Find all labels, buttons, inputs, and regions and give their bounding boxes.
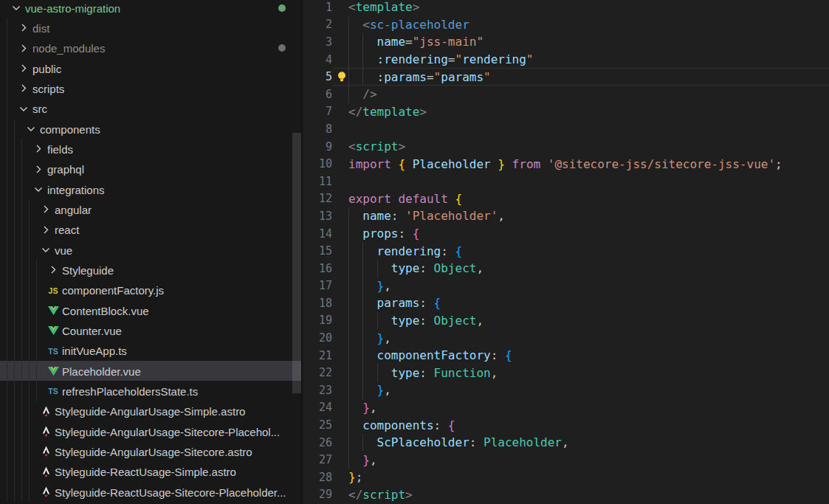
code-line-4[interactable]: 4:rendering="rendering"	[303, 51, 829, 69]
code-line-9[interactable]: 9<script>	[303, 138, 829, 156]
line-number[interactable]: 7	[303, 105, 332, 118]
tree-item-componentfactory-js[interactable]: JScomponentFactory.js	[0, 280, 301, 300]
line-number[interactable]: 26	[303, 436, 332, 449]
code-line-13[interactable]: 13name: 'Placeholder',	[303, 207, 829, 225]
code-line-18[interactable]: 18params: {	[303, 294, 829, 312]
line-number[interactable]: 6	[303, 88, 332, 101]
tree-item-react[interactable]: react	[0, 220, 301, 240]
code-line-10[interactable]: 10import { Placeholder } from '@sitecore…	[303, 155, 829, 173]
line-number[interactable]: 18	[303, 297, 332, 310]
line-number[interactable]: 10	[303, 157, 332, 170]
code-line-27[interactable]: 27},	[303, 451, 829, 469]
line-number[interactable]: 20	[303, 331, 332, 345]
line-number[interactable]: 19	[303, 314, 332, 327]
code-line-22[interactable]: 22type: Function,	[303, 364, 829, 382]
tree-item-scripts[interactable]: scripts	[0, 78, 301, 98]
line-number[interactable]: 23	[303, 384, 332, 397]
tree-item-angular[interactable]: angular	[0, 199, 301, 219]
tree-item-src[interactable]: src	[0, 99, 301, 119]
tree-item-refreshplaceholdersstate-ts[interactable]: TSrefreshPlaceholdersState.ts	[0, 381, 301, 401]
line-number[interactable]: 21	[303, 349, 332, 362]
code-line-8[interactable]: 8	[303, 120, 829, 138]
code-text: };	[348, 470, 362, 484]
code-line-23[interactable]: 23},	[303, 382, 829, 399]
indent-guide	[29, 260, 30, 280]
lightbulb-icon[interactable]	[336, 71, 348, 83]
line-number[interactable]: 25	[303, 418, 332, 432]
line-number[interactable]: 15	[303, 244, 332, 258]
code-line-3[interactable]: 3name="jss-main"	[303, 33, 829, 51]
tree-item-label: vue-astro-migration	[25, 1, 120, 14]
line-number[interactable]: 28	[303, 471, 332, 484]
line-number[interactable]: 9	[303, 140, 332, 153]
indent-guide	[29, 381, 30, 401]
line-number[interactable]: 11	[303, 175, 332, 188]
code-text: },	[362, 401, 376, 415]
code-line-24[interactable]: 24},	[303, 399, 829, 417]
tree-item-dist[interactable]: dist	[0, 18, 301, 38]
code-line-20[interactable]: 20},	[303, 329, 829, 347]
line-number[interactable]: 5	[303, 70, 332, 83]
code-line-2[interactable]: 2<sc-placeholder	[303, 16, 829, 34]
line-number[interactable]: 14	[303, 227, 332, 241]
tree-item-initvueapp-ts[interactable]: TSinitVueApp.ts	[0, 341, 301, 361]
file-icon-box	[47, 324, 60, 336]
sidebar-scrollbar[interactable]	[292, 133, 301, 393]
code-line-19[interactable]: 19type: Object,	[303, 312, 829, 330]
tree-item-styleguide-reactusage-simple-astro[interactable]: Styleguide-ReactUsage-Simple.astro	[0, 462, 301, 482]
indent-guide	[29, 341, 30, 361]
line-number[interactable]: 4	[303, 53, 332, 66]
line-number[interactable]: 2	[303, 18, 332, 31]
tree-item-styleguide-angularusage-sitecore-astro[interactable]: Styleguide-AngularUsage-Sitecore.astro	[0, 441, 301, 461]
code-line-26[interactable]: 26ScPlaceholder: Placeholder,	[303, 434, 829, 452]
chevron-right-icon	[47, 264, 59, 276]
line-number[interactable]: 27	[303, 453, 332, 466]
editor-indent-guide	[362, 33, 376, 51]
gutter-gap	[332, 33, 348, 51]
tree-item-fields[interactable]: fields	[0, 139, 301, 159]
code-line-5[interactable]: 5:params="params"	[303, 68, 829, 86]
line-number[interactable]: 13	[303, 210, 332, 223]
tree-item-styleguide-angularusage-sitecore-placehol-[interactable]: Styleguide-AngularUsage-Sitecore-Placeho…	[0, 421, 301, 441]
tree-item-integrations[interactable]: integrations	[0, 179, 301, 199]
tree-item-graphql[interactable]: graphql	[0, 159, 301, 179]
code-line-16[interactable]: 16type: Object,	[303, 260, 829, 277]
tree-item-vue[interactable]: vue	[0, 240, 301, 260]
line-number[interactable]: 3	[303, 35, 332, 49]
code-line-21[interactable]: 21componentFactory: {	[303, 347, 829, 365]
tree-item-placeholder-vue[interactable]: Placeholder.vue	[0, 361, 301, 381]
code-line-14[interactable]: 14props: {	[303, 225, 829, 243]
tree-item-public[interactable]: public	[0, 58, 301, 78]
code-line-6[interactable]: 6/>	[303, 86, 829, 103]
code-line-25[interactable]: 25components: {	[303, 416, 829, 434]
code-line-7[interactable]: 7</template>	[303, 103, 829, 121]
tree-item-contentblock-vue[interactable]: ContentBlock.vue	[0, 300, 301, 320]
code-line-15[interactable]: 15rendering: {	[303, 242, 829, 260]
code-line-17[interactable]: 17},	[303, 277, 829, 295]
code-line-29[interactable]: 29</script>	[303, 486, 829, 504]
line-number[interactable]: 1	[303, 1, 332, 14]
tree-item-counter-vue[interactable]: Counter.vue	[0, 320, 301, 340]
tree-item-vue-astro-migration[interactable]: vue-astro-migration	[0, 0, 301, 18]
line-number[interactable]: 8	[303, 122, 332, 136]
tree-item-styleguide-reactusage-sitecore-placeholder-[interactable]: Styleguide-ReactUsage-Sitecore-Placehold…	[0, 482, 301, 502]
line-number[interactable]: 22	[303, 366, 332, 379]
line-number[interactable]: 24	[303, 401, 332, 414]
code-line-28[interactable]: 28};	[303, 469, 829, 486]
indent-guide	[7, 441, 7, 461]
indent-guide	[14, 421, 15, 441]
tree-item-styleguide-angularusage-simple-astro[interactable]: Styleguide-AngularUsage-Simple.astro	[0, 401, 301, 421]
code-text: <sc-placeholder	[362, 18, 469, 32]
file-icon-box	[39, 425, 52, 438]
code-line-12[interactable]: 12export default {	[303, 190, 829, 208]
tree-item-node-modules[interactable]: node_modules	[0, 38, 301, 58]
code-line-1[interactable]: 1<template>	[303, 0, 829, 16]
line-number[interactable]: 16	[303, 262, 332, 275]
line-number[interactable]: 29	[303, 488, 332, 501]
line-number[interactable]: 17	[303, 279, 332, 292]
line-number[interactable]: 12	[303, 192, 332, 205]
code-line-11[interactable]: 11	[303, 173, 829, 190]
tree-item-styleguide[interactable]: Styleguide	[0, 260, 301, 280]
tree-item-components[interactable]: components	[0, 119, 301, 139]
editor-indent-guide	[348, 382, 362, 399]
